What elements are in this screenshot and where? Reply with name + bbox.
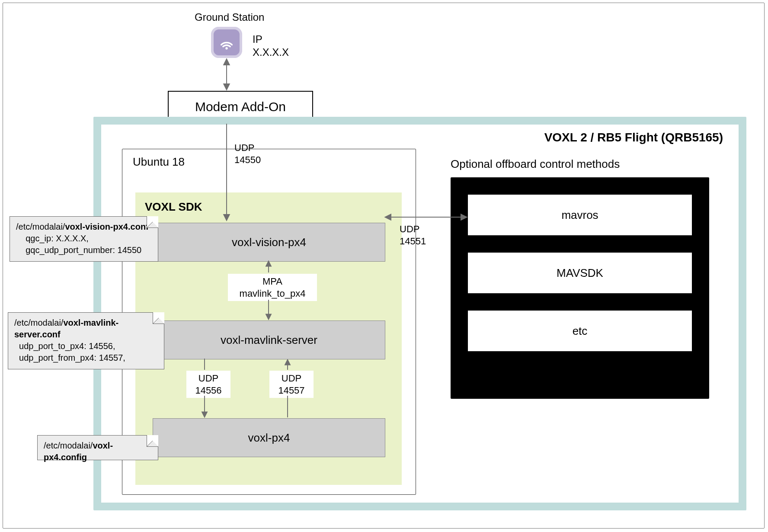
edge-label-udp-14550: UDP 14550 <box>234 142 261 166</box>
node-voxl-vision-px4: voxl-vision-px4 <box>153 223 385 262</box>
offboard-item-label: mavros <box>561 208 598 222</box>
ubuntu-label: Ubuntu 18 <box>133 155 185 169</box>
node-voxl-mavlink-server: voxl-mavlink-server <box>153 320 385 359</box>
dog-ear-icon <box>147 435 158 447</box>
qgroundcontrol-wifi-icon <box>211 27 242 58</box>
offboard-title: Optional offboard control methods <box>451 157 620 171</box>
offboard-panel: mavros MAVSDK etc <box>451 177 709 399</box>
edge-label-line: 14557 <box>278 385 304 396</box>
edge-label-line: 14556 <box>195 385 221 396</box>
note-path-prefix: /etc/modalai/ <box>16 222 65 231</box>
note-path-prefix: /etc/modalai/ <box>14 318 63 327</box>
ubuntu-container: Ubuntu 18 VOXL SDK voxl-vision-px4 MPA m… <box>122 149 416 495</box>
edge-label-line: UDP <box>198 373 218 384</box>
offboard-item-mavros: mavros <box>468 195 692 235</box>
offboard-item-label: etc <box>573 324 588 338</box>
dog-ear-icon <box>153 312 164 324</box>
edge-label-udp-14557: UDP 14557 <box>269 371 314 398</box>
ground-station-label: Ground Station <box>195 11 264 23</box>
edge-label-udp-14551: UDP 14551 <box>400 223 426 247</box>
offboard-item-label: MAVSDK <box>557 266 603 280</box>
modem-label: Modem Add-On <box>195 99 286 114</box>
note-voxl-px4-config: /etc/modalai/voxl-px4.config <box>37 435 158 460</box>
node-label: voxl-mavlink-server <box>221 333 317 347</box>
dog-ear-icon <box>147 216 158 228</box>
edge-label-udp-14556: UDP 14556 <box>186 371 230 398</box>
note-voxl-vision-px4-conf: /etc/modalai/voxl-vision-px4.conf qgc_ip… <box>10 216 158 262</box>
note-file: voxl-vision-px4.conf <box>65 222 148 231</box>
note-body: udp_port_to_px4: 14556, udp_port_from_px… <box>14 340 158 364</box>
edge-label-line: UDP <box>400 224 419 234</box>
edge-label-line: UDP <box>234 142 254 153</box>
node-voxl-px4: voxl-px4 <box>153 418 385 457</box>
note-path-prefix: /etc/modalai/ <box>44 441 93 450</box>
edge-label-line: mavlink_to_px4 <box>240 288 306 299</box>
node-label: voxl-vision-px4 <box>232 236 306 249</box>
svg-point-0 <box>225 47 228 50</box>
board-title: VOXL 2 / RB5 Flight (QRB5165) <box>544 131 723 144</box>
node-label: voxl-px4 <box>248 431 290 445</box>
edge-label-line: 14551 <box>400 236 426 247</box>
edge-label-line: 14550 <box>234 154 261 165</box>
edge-label-mpa: MPA mavlink_to_px4 <box>228 274 317 301</box>
diagram-canvas: Ground Station IP X.X.X.X Modem Add-On V… <box>0 0 768 532</box>
voxl-sdk-label: VOXL SDK <box>145 200 202 214</box>
edge-label-line: MPA <box>262 276 282 287</box>
offboard-item-mavsdk: MAVSDK <box>468 253 692 293</box>
note-body: qgc_ip: X.X.X.X, gqc_udp_port_number: 14… <box>16 233 152 256</box>
edge-label-line: UDP <box>282 373 301 384</box>
ground-station-ip-text: IP X.X.X.X <box>253 33 289 59</box>
board-container: VOXL 2 / RB5 Flight (QRB5165) Ubuntu 18 … <box>93 117 746 510</box>
offboard-item-etc: etc <box>468 311 692 351</box>
note-voxl-mavlink-server-conf: /etc/modalai/voxl-mavlink-server.conf ud… <box>8 312 164 369</box>
voxl-sdk-container: VOXL SDK voxl-vision-px4 MPA mavlink_to_… <box>135 192 402 485</box>
